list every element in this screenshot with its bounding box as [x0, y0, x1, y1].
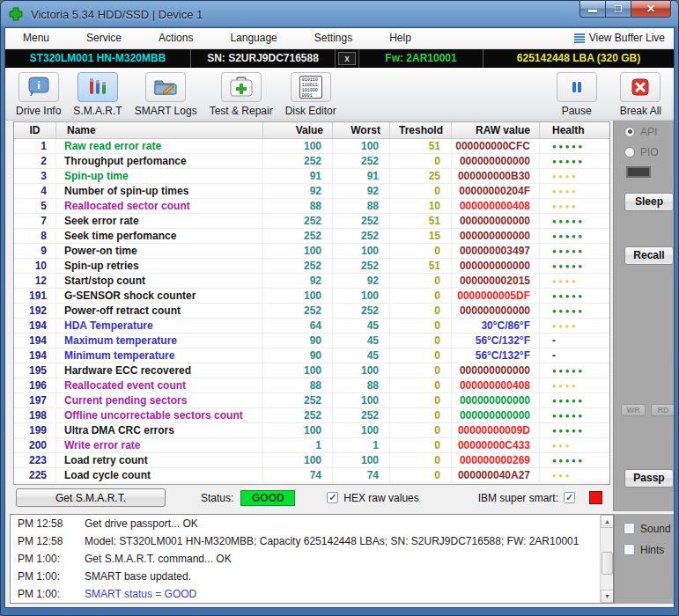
menu-item-menu[interactable]: Menu [14, 32, 58, 44]
smart-table-header[interactable]: ID Name Value Worst Treshold RAW value H… [14, 122, 609, 139]
cell-value: 90 [263, 334, 333, 348]
status-good-badge: GOOD [240, 490, 295, 506]
menu-item-help[interactable]: Help [380, 32, 420, 44]
hints-option[interactable]: Hints [624, 544, 674, 556]
toolbar-button-smart[interactable]: S.M.A.R.T [73, 72, 122, 117]
pause-button[interactable]: Pause [557, 72, 597, 117]
hex-checkbox[interactable]: ✓ [327, 492, 338, 503]
cell-name: Throughput perfomance [56, 154, 263, 168]
table-row[interactable]: 9Power-on time1001000000000003497●●●●● [14, 244, 609, 259]
cell-threshold: 0 [390, 438, 452, 452]
table-row[interactable]: 12Start/stop count92920000000002015●●●● [14, 274, 609, 289]
sleep-button[interactable]: Sleep [624, 193, 674, 211]
cell-raw: 000000000000 [452, 214, 540, 228]
recall-button[interactable]: Recall [624, 246, 674, 265]
toolbar-right-group: Pause Break All [534, 72, 661, 117]
cell-value: 100 [263, 289, 333, 303]
scroll-down-icon[interactable]: ▼ [601, 590, 614, 603]
table-row[interactable]: 3Spin-up time919125000000000B30●●●● [14, 169, 609, 184]
log-entry: PM 1:00:SMART base updated. [11, 568, 613, 585]
break-all-button[interactable]: Break All [620, 72, 661, 117]
cell-threshold: 10 [390, 199, 452, 213]
rd-button[interactable]: RD [651, 404, 675, 416]
table-row[interactable]: 197Current pending sectors25210000000000… [14, 393, 609, 408]
close-button[interactable]: ✕ [631, 1, 671, 18]
table-row[interactable]: 4Number of spin-up times9292000000000204… [14, 184, 609, 199]
wr-button[interactable]: WR [621, 404, 646, 416]
log-entries: PM 12:58Get drive passport... OKPM 12:58… [11, 515, 613, 603]
toolbar-button-drive-info[interactable]: i Drive Info [16, 72, 61, 117]
header-value[interactable]: Value [263, 122, 333, 138]
table-row[interactable]: 10Spin-up retries25225251000000000000●●●… [14, 259, 609, 274]
hints-checkbox[interactable] [624, 544, 635, 555]
table-row[interactable]: 198Offline uncorrectable sectors count25… [14, 408, 609, 423]
header-name[interactable]: Name [56, 122, 263, 138]
scroll-thumb[interactable] [602, 552, 613, 575]
cell-worst: 88 [333, 378, 390, 392]
get-smart-button[interactable]: Get S.M.A.R.T. [16, 488, 166, 507]
sound-checkbox[interactable] [624, 523, 635, 534]
cell-id: 195 [14, 363, 56, 378]
header-health[interactable]: Health [540, 122, 609, 138]
toolbar-button-disk-editor[interactable]: 010110 110011 101000 0001 Disk Editor [285, 72, 336, 117]
title-bar[interactable]: Victoria 5.34 HDD/SSD | Device 1 ▬ ❐ ✕ [1, 1, 678, 27]
table-row[interactable]: 199Ultra DMA CRC errors10010000000000000… [14, 423, 609, 438]
table-row[interactable]: 2Throughput perfomance252252000000000000… [14, 154, 609, 169]
drive-x-button[interactable]: x [338, 52, 356, 65]
pio-radio[interactable]: PIO [624, 146, 659, 158]
api-radio[interactable]: API [624, 126, 657, 138]
toolbar-label: Pause [562, 105, 592, 117]
table-row[interactable]: 200Write error rate11000000000C433●●● [14, 438, 609, 453]
menu-item-settings[interactable]: Settings [306, 32, 361, 44]
ibm-super-smart-option[interactable]: IBM super smart: ✓ [478, 491, 602, 504]
table-row[interactable]: 225Load cycle count74740000000040A27●●● [14, 468, 609, 483]
health-dots: ●●●●● [540, 453, 609, 467]
table-row[interactable]: 7Seek error rate25225251000000000000●●●●… [14, 214, 609, 229]
sound-option[interactable]: Sound [624, 523, 674, 535]
table-row[interactable]: 192Power-off retract count25225200000000… [14, 304, 609, 319]
cell-raw: 000000000000 [452, 304, 540, 318]
cell-name: Current pending sectors [56, 393, 263, 407]
cell-threshold: 0 [390, 289, 452, 303]
menu-item-language[interactable]: Language [221, 32, 285, 44]
log-scrollbar[interactable]: ▲ ▼ [600, 515, 613, 603]
cell-value: 100 [263, 423, 333, 437]
log-box: PM 12:58Get drive passport... OKPM 12:58… [10, 514, 614, 604]
header-worst[interactable]: Worst [333, 122, 390, 138]
minimize-button[interactable]: ▬ [579, 1, 606, 18]
health-dots: ●●●● [540, 184, 609, 198]
cell-name: Number of spin-up times [56, 184, 263, 198]
cell-threshold: 51 [390, 214, 452, 228]
table-row[interactable]: 194Maximum temperature9045056°C/132°F- [14, 334, 609, 348]
scroll-up-icon[interactable]: ▲ [601, 515, 614, 528]
view-buffer-live-button[interactable]: View Buffer Live [574, 32, 665, 44]
health-dots: ●●●●● [540, 408, 609, 422]
header-id[interactable]: ID [14, 122, 56, 138]
cell-value: 74 [263, 468, 333, 482]
table-row[interactable]: 1Raw read error rate10010051000000000CFC… [14, 139, 609, 154]
hex-raw-values-option[interactable]: ✓ HEX raw values [327, 492, 418, 504]
maximize-button[interactable]: ❐ [606, 1, 631, 18]
header-threshold[interactable]: Treshold [390, 122, 452, 138]
window-title: Victoria 5.34 HDD/SSD | Device 1 [31, 8, 203, 21]
table-row[interactable]: 8Seek time perfomance2522521500000000000… [14, 229, 609, 244]
cell-worst: 92 [333, 184, 390, 198]
cell-threshold: 15 [390, 229, 452, 243]
table-row[interactable]: 194HDA Temperature6445030°C/86°F●●●● [14, 319, 609, 334]
health-dots: ●●●●● [540, 244, 609, 258]
menu-item-service[interactable]: Service [77, 32, 130, 44]
toolbar-button-test-repair[interactable]: Test & Repair [210, 72, 273, 117]
table-row[interactable]: 223Load retry count1001000000000000269●●… [14, 453, 609, 468]
passp-button[interactable]: Passp [624, 469, 674, 488]
table-row[interactable]: 196Reallocated event count88880000000000… [14, 378, 609, 393]
ibm-checkbox[interactable]: ✓ [564, 492, 575, 503]
toolbar-button-smart-logs[interactable]: SMART Logs [135, 72, 197, 117]
header-raw[interactable]: RAW value [452, 122, 540, 138]
table-row[interactable]: 195Hardware ECC recovered100100000000000… [14, 363, 609, 378]
table-row[interactable]: 191G-SENSOR shock counter100100000000000… [14, 289, 609, 304]
table-row[interactable]: 5Reallocated sector count888810000000000… [14, 199, 609, 214]
menu-item-actions[interactable]: Actions [150, 32, 202, 44]
table-row[interactable]: 194Minimum temperature9045056°C/132°F- [14, 348, 609, 363]
cell-name: Power-off retract count [56, 304, 263, 318]
cell-id: 225 [14, 468, 56, 482]
